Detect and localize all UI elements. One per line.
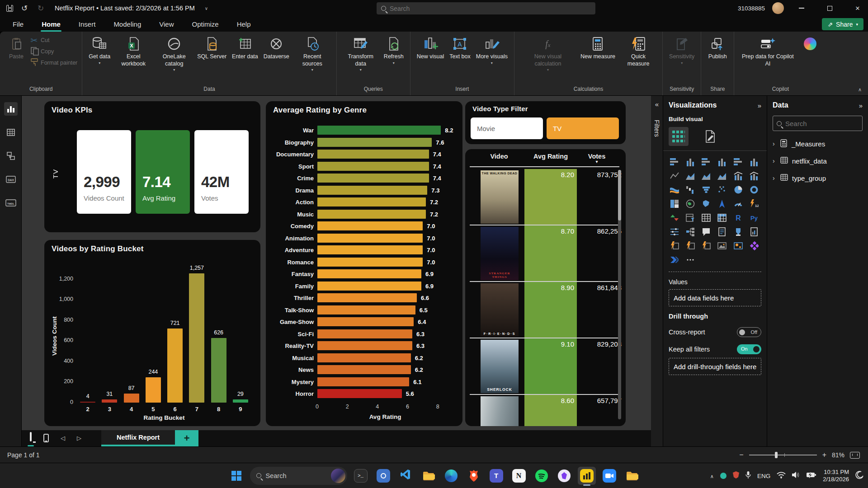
avg-rating-cell[interactable]: 8.90 [524, 282, 577, 338]
avg-rating-cell[interactable]: 8.70 [524, 225, 577, 282]
avatar[interactable] [772, 2, 784, 14]
treemap-icon[interactable] [669, 198, 680, 209]
new-visual-button[interactable]: New visual [415, 34, 446, 61]
line-and-clustered-column-chart-icon[interactable] [748, 170, 760, 181]
expand-filters-icon[interactable]: « [655, 100, 659, 108]
bar-reality-tv[interactable] [317, 341, 412, 350]
python-visual-icon[interactable]: Py [748, 212, 760, 223]
quick-measure-button[interactable]: Quick measure [619, 34, 658, 67]
text-box-button[interactable]: AText box [448, 34, 472, 61]
bar-mystery[interactable] [317, 377, 409, 386]
horizontal-slicer-icon[interactable] [669, 226, 680, 237]
smart-narrative-icon[interactable] [716, 226, 728, 237]
kpi-visual[interactable]: Video KPIsTV2,999Videos Count7.14Avg Rat… [44, 101, 260, 232]
100-stacked-area-chart-icon[interactable] [716, 170, 728, 181]
bar-musical[interactable] [317, 353, 411, 362]
excel-workbook-button[interactable]: XExcel workbook [114, 34, 153, 67]
gauge-icon[interactable] [732, 198, 744, 209]
azure-map-icon[interactable] [716, 198, 728, 209]
bar-family[interactable] [317, 282, 421, 291]
arcgis-map-icon[interactable] [732, 240, 744, 251]
poster-walking-dead[interactable]: THE WALKING DEAD [481, 170, 519, 224]
add-data-fields-dropzone[interactable]: Add data fields here [669, 289, 761, 306]
prev-page-icon[interactable]: ◁ [61, 435, 65, 441]
matrix-icon[interactable] [716, 212, 728, 223]
avg-rating-cell[interactable]: 9.10 [524, 338, 577, 395]
add-drill-through-dropzone[interactable]: Add drill-through fields here [669, 358, 761, 375]
power-automate-icon[interactable] [669, 254, 680, 265]
menu-optimize[interactable]: Optimize [191, 18, 220, 31]
decomposition-tree-icon[interactable] [684, 226, 696, 237]
avg-rating-cell[interactable]: 8.20 [524, 169, 577, 225]
bar-news[interactable] [317, 365, 411, 374]
avg-rating-cell[interactable]: 8.60 [524, 395, 577, 426]
image-icon[interactable] [716, 240, 728, 251]
fit-to-page-icon[interactable] [850, 452, 860, 459]
save-icon[interactable] [6, 5, 13, 12]
custom-visual-icon[interactable] [748, 240, 760, 251]
collapse-visualizations-icon[interactable]: » [758, 102, 761, 109]
powerbi-taskbar-icon[interactable] [578, 467, 596, 485]
kpi-indicator-icon[interactable] [669, 212, 680, 223]
title-chevron-icon[interactable]: ∨ [205, 6, 208, 11]
bar-fantasy[interactable] [317, 269, 421, 278]
sql-server-button[interactable]: SQL Server [195, 34, 228, 61]
edge-taskbar-icon[interactable] [442, 467, 460, 485]
100-stacked-bar-chart-icon[interactable] [732, 156, 744, 167]
clock[interactable]: 10:31 PM2/18/2026 [823, 469, 849, 483]
menu-home[interactable]: Home [41, 18, 61, 31]
volume-icon[interactable] [792, 471, 800, 480]
more-options-icon[interactable] [684, 254, 696, 265]
vscode-taskbar-icon[interactable] [397, 467, 415, 485]
rating-bucket-chart[interactable]: Videos by Rating Bucket02004006008001,00… [44, 240, 260, 426]
ribbon-chart-icon[interactable] [669, 184, 680, 195]
paginated-report-icon[interactable] [748, 226, 760, 237]
scatter-chart-icon[interactable] [716, 184, 728, 195]
stacked-column-chart-icon[interactable] [684, 156, 696, 167]
tray-chevron-icon[interactable]: ∧ [710, 472, 714, 480]
expand-chevron-icon[interactable]: › [773, 140, 776, 147]
table-icon[interactable] [700, 212, 712, 223]
genre-rating-chart[interactable]: Average Rating by GenreWar8.2Biography7.… [266, 101, 462, 426]
bar-animation[interactable] [317, 234, 423, 243]
metrics-icon[interactable] [732, 226, 744, 237]
zoom-out-icon[interactable]: − [739, 451, 743, 459]
global-search[interactable] [377, 2, 595, 14]
bar-thriller[interactable] [317, 293, 417, 302]
poster-sherlock[interactable]: SHERLOCK [481, 340, 519, 393]
obsidian-taskbar-icon[interactable] [555, 467, 573, 485]
menu-file[interactable]: File [12, 18, 24, 31]
zoom-taskbar-icon[interactable] [600, 467, 618, 485]
onelake-catalog-button[interactable]: OneLake catalog▾ [155, 34, 193, 72]
keep-all-filters-toggle[interactable]: On [737, 344, 761, 354]
bar-sci-fi[interactable] [317, 329, 412, 338]
bar-8[interactable] [211, 338, 226, 403]
menu-insert[interactable]: Insert [78, 18, 97, 31]
bar-5[interactable] [146, 377, 161, 403]
data-table-netflix_data[interactable]: ›netflix_data [773, 153, 863, 169]
file-explorer-taskbar-icon[interactable] [420, 467, 438, 485]
area-chart-icon[interactable] [684, 170, 696, 181]
waterfall-chart-icon[interactable] [684, 184, 696, 195]
expand-chevron-icon[interactable]: › [773, 157, 776, 164]
menu-help[interactable]: Help [236, 18, 252, 31]
spotify-taskbar-icon[interactable] [533, 467, 551, 485]
model-view-icon[interactable] [4, 149, 18, 163]
video-type-filter[interactable]: Video Type FilterMovieTV [465, 101, 626, 144]
filters-pane-collapsed[interactable]: « Filters [651, 96, 663, 446]
bar-3[interactable] [102, 399, 117, 403]
bar-9[interactable] [233, 399, 248, 403]
clustered-bar-chart-icon[interactable] [700, 156, 712, 167]
collapse-data-pane-icon[interactable]: » [859, 102, 863, 109]
close-button[interactable]: ✕ [847, 0, 868, 16]
wifi-icon[interactable] [777, 471, 786, 480]
table-scrollbar-thumb[interactable] [618, 170, 621, 221]
new-measure-button[interactable]: New measure [579, 34, 617, 61]
start-taskbar-icon[interactable] [227, 467, 245, 485]
share-button[interactable]: ⇗ Share ▾ [822, 18, 863, 30]
bar-action[interactable] [317, 197, 426, 206]
page-tab[interactable]: Netflix Report [101, 430, 175, 446]
line-chart-icon[interactable] [669, 170, 680, 181]
prep-data-for-copilot-ai-button[interactable]: Prep data for Copilot AI [739, 34, 797, 67]
bar-6[interactable] [167, 328, 183, 403]
